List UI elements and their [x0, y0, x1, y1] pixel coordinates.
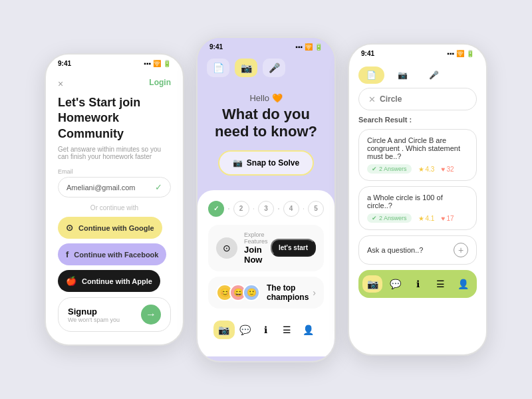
signup-arrow[interactable]: →	[141, 305, 161, 325]
rating-2: ★ 4.1	[418, 215, 435, 222]
explore-label: Explore Features	[244, 231, 271, 245]
google-button[interactable]: ⊙ Continue with Google	[58, 217, 162, 239]
search-magnifier-icon[interactable]: 🔍	[487, 94, 487, 104]
signup-subtitle: We won't spam you	[68, 317, 120, 323]
nav-user[interactable]: 👤	[297, 321, 319, 339]
signal-icon-2: ▪▪▪	[295, 43, 303, 51]
likes-2: ♥ 17	[441, 215, 454, 222]
step-line-4	[303, 208, 305, 209]
signup-box[interactable]: Signup We won't spam you →	[58, 297, 171, 332]
close-button[interactable]: ×	[58, 78, 63, 89]
status-bar-1: 9:41 ▪▪▪ 🛜 🔋	[46, 55, 183, 70]
hero-title: What do you need to know?	[211, 106, 321, 141]
step-line-3	[278, 208, 279, 209]
wifi-icon-2: 🛜	[305, 43, 313, 51]
status-bar-2: 9:41 ▪▪▪ 🛜 🔋	[198, 38, 334, 53]
tab-mic[interactable]: 🎤	[263, 59, 285, 77]
step-2: 2	[233, 201, 249, 217]
step-line-2	[253, 208, 255, 209]
nav3-chat[interactable]: 💬	[385, 275, 405, 293]
tab-bar-2: 📄 📷 🎤	[198, 53, 334, 82]
result-title-1: Circle A and Circle B are congruent . Wh…	[367, 136, 468, 160]
apple-icon: 🍎	[66, 276, 76, 286]
nav-list[interactable]: ☰	[277, 321, 298, 339]
nav3-info[interactable]: ℹ	[408, 275, 428, 293]
snap-button[interactable]: 📷 Snap to Solve	[218, 150, 314, 176]
nav-info[interactable]: ℹ	[255, 321, 277, 339]
champions-text: The top champions	[267, 283, 313, 302]
bottom-nav-2: 📷 💬 ℹ ☰ 👤	[208, 314, 324, 346]
answers-badge-2: ✔ 2 Answers	[367, 213, 412, 223]
wifi-icon: 🛜	[153, 60, 161, 67]
result-meta-2: ✔ 2 Answers ★ 4.1 ♥ 17	[367, 213, 468, 223]
headline-bold: Community	[58, 127, 124, 140]
signal-icon: ▪▪▪	[144, 60, 151, 67]
champions-row[interactable]: 😊 😄 🙂 The top champions ›	[208, 277, 324, 309]
ask-card[interactable]: Ask a question..? +	[358, 235, 477, 265]
phone-search: 9:41 ▪▪▪ 🛜 🔋 📄 📷 🎤 ✕ 🔍 Search Result :	[348, 43, 487, 356]
explore-texts: Explore Features Join Now	[244, 231, 271, 265]
step-line-1	[228, 208, 229, 209]
subtext: Get answare within minutes so you can fi…	[58, 146, 171, 160]
join-now-label: Join Now	[244, 245, 271, 265]
nav-chat[interactable]: 💬	[235, 321, 256, 339]
nav3-list[interactable]: ☰	[430, 275, 450, 293]
hero-section: Hello 🧡 What do you need to know? 📷 Snap…	[198, 82, 334, 189]
heart-icon-1: ♥	[441, 166, 445, 173]
lets-start-button[interactable]: let's start	[271, 239, 316, 257]
tab-camera[interactable]: 📷	[235, 59, 257, 77]
time-3: 9:41	[361, 50, 374, 57]
step-5: 5	[308, 201, 324, 217]
battery-icon-3: 🔋	[466, 50, 474, 57]
result-meta-1: ✔ 2 Answers ★ 4.3 ♥ 32	[367, 164, 468, 174]
status-icons-3: ▪▪▪ 🛜 🔋	[447, 50, 474, 57]
camera-icon: 📷	[233, 158, 243, 168]
facebook-button[interactable]: f Continue with Facebook	[58, 243, 166, 265]
avatar-3: 🙂	[243, 284, 260, 301]
tab3-doc[interactable]: 📄	[358, 66, 384, 84]
plus-button[interactable]: +	[454, 243, 468, 257]
search-input[interactable]	[380, 94, 483, 104]
result-title-2: a Whole circle is 100 of circle..?	[367, 194, 468, 209]
champions-arrow: ›	[313, 287, 316, 298]
explore-row: ⊙ Explore Features Join Now let's start	[208, 225, 324, 271]
answer-icon-1: ✔	[372, 166, 377, 172]
step-1: ✓	[208, 201, 224, 217]
phone-login: 9:41 ▪▪▪ 🛜 🔋 × Login Let's Start join Ho…	[45, 53, 184, 346]
tab3-camera[interactable]: 📷	[390, 66, 416, 84]
result-card-2: a Whole circle is 100 of circle..? ✔ 2 A…	[358, 186, 477, 230]
star-icon-2: ★	[418, 215, 424, 222]
google-icon: ⊙	[66, 223, 73, 233]
battery-icon-2: 🔋	[315, 43, 323, 51]
nav3-user[interactable]: 👤	[453, 275, 473, 293]
tab3-mic[interactable]: 🎤	[421, 66, 447, 84]
search-bar[interactable]: ✕ 🔍	[358, 88, 477, 110]
explore-icon: ⊙	[216, 237, 237, 259]
ask-text: Ask a question..?	[367, 246, 423, 254]
steps-row: ✓ 2 3 4 5	[208, 201, 324, 217]
divider-text: Or continue with	[58, 204, 171, 211]
nav3-camera[interactable]: 📷	[362, 275, 382, 293]
nav-camera[interactable]: 📷	[213, 321, 235, 339]
check-icon: ✓	[155, 182, 162, 192]
step-3: 3	[258, 201, 274, 217]
login-link[interactable]: Login	[149, 78, 171, 87]
rating-1: ★ 4.3	[418, 166, 435, 173]
phone-snap: 9:41 ▪▪▪ 🛜 🔋 📄 📷 🎤 Hello 🧡 What do you n…	[196, 37, 336, 362]
facebook-icon: f	[66, 249, 68, 259]
status-icons-2: ▪▪▪ 🛜 🔋	[295, 43, 323, 51]
answer-icon-2: ✔	[372, 215, 377, 221]
email-label: Email	[58, 168, 171, 175]
search-result-label: Search Result :	[358, 116, 477, 124]
wifi-icon-3: 🛜	[456, 50, 464, 57]
search-x-icon[interactable]: ✕	[368, 94, 376, 104]
email-input[interactable]: Ameliani@gmail.com ✓	[58, 177, 171, 198]
status-icons-1: ▪▪▪ 🛜 🔋	[144, 60, 171, 67]
result-card-1: Circle A and Circle B are congruent . Wh…	[358, 129, 477, 181]
apple-button[interactable]: 🍎 Continue with Apple	[58, 270, 160, 292]
hello-text: Hello 🧡	[211, 93, 321, 103]
battery-icon: 🔋	[163, 60, 171, 67]
signal-icon-3: ▪▪▪	[447, 50, 454, 57]
tab-doc[interactable]: 📄	[207, 59, 229, 77]
tab-bar-3: 📄 📷 🎤	[358, 60, 477, 88]
